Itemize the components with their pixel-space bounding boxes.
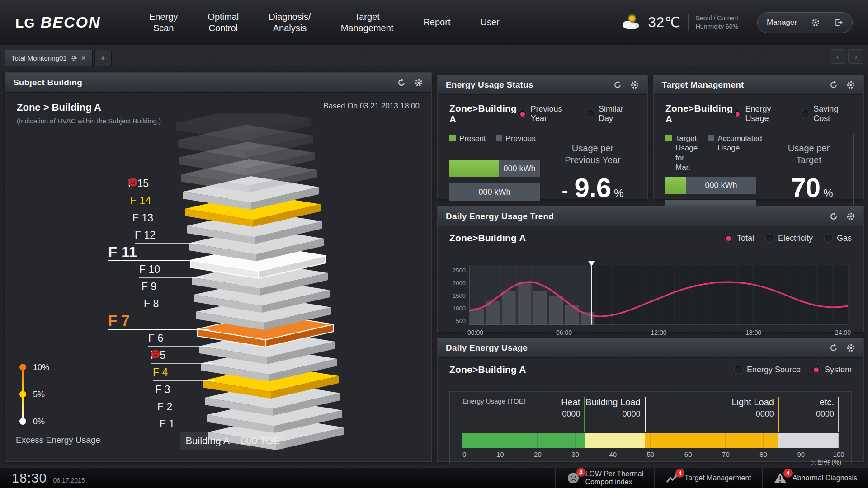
axis-tick-100: 100 — [833, 450, 844, 458]
axis-tick-10: 10 — [496, 450, 504, 458]
floor-label-f-12[interactable]: F 12 — [135, 229, 156, 241]
excess-legend-label: 10% — [33, 363, 49, 372]
target-option-saving-cost[interactable]: Saving Cost — [802, 104, 852, 123]
compare-option-previous-year[interactable]: Previous Year — [519, 104, 575, 123]
tab-bar: Total Monitoring01 × + ‹ › — [0, 45, 868, 66]
menu-item-user[interactable]: User — [480, 17, 499, 28]
floor-label-f-2[interactable]: F 2 — [157, 401, 172, 413]
radio-unselected-icon[interactable] — [766, 235, 774, 242]
floor-label-f-7[interactable]: F 7 — [108, 312, 130, 329]
refresh-icon[interactable] — [397, 78, 406, 87]
radio-label: Similar Day — [599, 104, 636, 123]
tabs-scroll-left-icon[interactable]: ‹ — [830, 49, 845, 64]
target-option-energy-usage[interactable]: Energy Usage — [734, 104, 791, 123]
gear-icon[interactable] — [846, 80, 855, 89]
stacked-bar-chart: Energy Usage (TOE)Heat0000Building Load0… — [462, 392, 839, 465]
gear-icon[interactable] — [846, 343, 855, 352]
radio-unselected-icon[interactable] — [587, 110, 594, 118]
radio-unselected-icon[interactable] — [735, 366, 742, 374]
summary-sign: - — [562, 180, 568, 202]
logout-icon[interactable] — [834, 18, 843, 27]
refresh-icon[interactable] — [829, 80, 838, 89]
radio-selected-icon[interactable] — [725, 235, 732, 242]
gear-icon[interactable] — [846, 212, 855, 221]
usage-view-option-energy-source[interactable]: Energy Source — [735, 365, 801, 375]
warning-triangle-icon: 4 — [774, 472, 787, 484]
radio-unselected-icon[interactable] — [802, 110, 809, 118]
floor-label-f-3[interactable]: F 3 — [155, 384, 170, 396]
alert-abnormal-diagnosis[interactable]: 4Abnormal Diagnosis — [762, 468, 868, 488]
floor-connector-line — [135, 243, 200, 244]
stacked-bar-chart-box: Energy Usage (TOE)Heat0000Building Load0… — [449, 391, 852, 465]
axis-tick-90: 90 — [797, 450, 805, 458]
usage-bar-fill — [449, 160, 499, 177]
menu-item-target-management[interactable]: TargetManagement — [341, 11, 394, 34]
compare-option-similar-day[interactable]: Similar Day — [587, 104, 636, 123]
settings-gear-icon[interactable] — [811, 18, 820, 27]
chart-unit-label: Energy Usage (TOE) — [462, 397, 526, 405]
floor-label-f-15[interactable]: F 15 — [128, 178, 153, 190]
alert-label: LOW Per ThermalComport index — [585, 470, 644, 487]
trend-series-option-electricity[interactable]: Electricity — [766, 234, 813, 243]
usage-view-option-system[interactable]: System — [812, 365, 852, 375]
usage-bar: 000 kWh — [449, 183, 540, 201]
refresh-icon[interactable] — [829, 212, 838, 221]
trend-series-option-total[interactable]: Total — [725, 234, 754, 243]
floor-label-f-4[interactable]: F 4 — [153, 366, 168, 379]
pill-divider — [827, 18, 827, 27]
radio-unselected-icon[interactable] — [825, 235, 832, 242]
refresh-icon[interactable] — [613, 80, 622, 89]
alert-target-managerment[interactable]: 4Target Managerment — [654, 468, 762, 488]
legend-label: Present — [459, 134, 486, 143]
tabs-scroll-right-icon[interactable]: › — [848, 49, 863, 64]
legend-label: AccumulatedUsage — [717, 134, 762, 153]
radio-selected-icon[interactable] — [519, 110, 526, 118]
floor-label-f-9[interactable]: F 9 — [142, 281, 156, 293]
radio-selected-icon[interactable] — [734, 110, 741, 118]
tab-settings-icon[interactable] — [71, 55, 77, 61]
radio-selected-icon[interactable] — [812, 366, 820, 374]
alert-count-badge: 4 — [783, 469, 793, 478]
refresh-icon[interactable] — [829, 343, 838, 352]
axis-tick-40: 40 — [609, 450, 617, 458]
trend-series-option-gas[interactable]: Gas — [825, 234, 852, 243]
floor-label-f-1[interactable]: F 1 — [160, 418, 175, 430]
floor-label-f-5[interactable]: F 5 — [151, 349, 170, 361]
floor-label-f-10[interactable]: F 10 — [139, 263, 160, 276]
manager-button[interactable]: Manager — [767, 18, 797, 27]
radio-label: Gas — [837, 234, 852, 243]
user-pill: Manager — [757, 12, 853, 33]
tab-close-icon[interactable]: × — [81, 54, 86, 63]
tab-total-monitoring01[interactable]: Total Monitoring01 × — [5, 50, 93, 66]
floor-connector-line — [130, 209, 197, 209]
add-tab-button[interactable]: + — [94, 50, 112, 66]
panel-energy-usage-status: Energy Usage Status Zone>Building A Prev… — [437, 75, 648, 199]
alert-low-per-thermal-comport-index[interactable]: 4LOW Per ThermalComport index — [555, 468, 655, 488]
weather-sun-cloud-icon — [620, 14, 641, 32]
floor-label-f-8[interactable]: F 8 — [144, 298, 159, 310]
trend-up-icon: 4 — [665, 472, 679, 484]
menu-item-diagnosis-analysis[interactable]: Diagnosis/Analysis — [269, 11, 311, 34]
legend-swatch — [449, 135, 456, 141]
menu-item-optimal-control[interactable]: OptimalControl — [208, 11, 239, 34]
floor-label-f-11[interactable]: F 11 — [108, 244, 137, 261]
current-time: 18:30 — [12, 471, 47, 486]
menu-item-energy-scan[interactable]: EnergyScan — [149, 11, 178, 34]
summary-number: 70 — [791, 172, 820, 203]
floor-label-f-14[interactable]: F 14 — [130, 195, 151, 207]
legend-swatch — [708, 135, 714, 141]
floor-label-f-13[interactable]: F 13 — [132, 212, 153, 224]
segment-label-building-load: Building Load0000 — [585, 396, 645, 419]
zone-breadcrumb: Zone>Building A — [449, 233, 526, 244]
menu-item-report[interactable]: Report — [423, 17, 450, 28]
svg-text:500: 500 — [456, 318, 466, 324]
panel-header: Daily Energy Usage Trend — [438, 206, 863, 226]
segment-divider — [584, 397, 585, 432]
lg-becon-logo: LG BECON — [15, 14, 119, 31]
gear-icon[interactable] — [630, 80, 639, 89]
panel-subject-building: Subject Building Zone > Building A (Indi… — [5, 72, 432, 462]
gear-icon[interactable] — [414, 78, 423, 87]
floor-connector-line — [108, 329, 209, 330]
floor-label-f-6[interactable]: F 6 — [148, 332, 163, 344]
main-menu: EnergyScanOptimalControlDiagnosis/Analys… — [149, 11, 500, 34]
